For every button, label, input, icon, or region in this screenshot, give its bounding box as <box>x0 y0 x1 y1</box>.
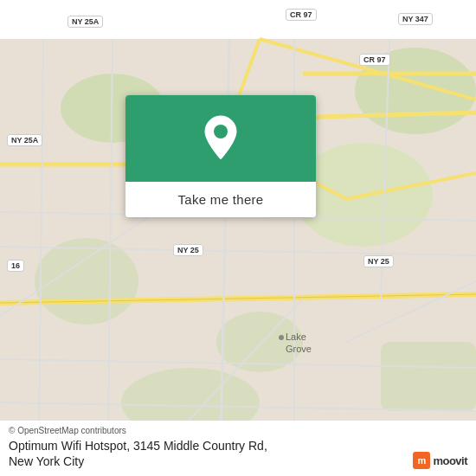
road-label-ny25a-top: NY 25A <box>68 16 103 28</box>
svg-text:Lake: Lake <box>286 331 306 342</box>
svg-point-4 <box>35 238 138 325</box>
road-label-ny347: NY 347 <box>398 13 433 25</box>
map-svg: Lake Grove <box>0 0 476 476</box>
road-label-cr97-right: CR 97 <box>359 54 390 66</box>
moovit-brand-name: moovit <box>433 454 467 467</box>
bottom-bar: © OpenStreetMap contributors Optimum Wif… <box>0 421 476 476</box>
road-label-ny25a-left: NY 25A <box>7 134 42 146</box>
popup-card: Take me there <box>125 95 316 217</box>
road-label-ny25-main: NY 25 <box>173 244 203 256</box>
popup-header <box>125 95 316 182</box>
svg-point-33 <box>214 125 228 138</box>
svg-text:Grove: Grove <box>286 344 312 354</box>
take-me-there-button[interactable]: Take me there <box>125 182 316 217</box>
road-label-ny25-right: NY 25 <box>363 255 394 267</box>
osm-link[interactable]: © OpenStreetMap contributors <box>9 426 126 435</box>
moovit-logo: m moovit <box>413 452 467 469</box>
road-label-ny16: 16 <box>7 260 24 272</box>
road-label-cr97-top: CR 97 <box>286 9 317 21</box>
location-name: Optimum Wifi Hotspot, 3145 Middle Countr… <box>9 438 467 469</box>
location-pin-icon <box>202 114 240 163</box>
svg-rect-6 <box>381 342 476 411</box>
map-container: Lake Grove NY 25A CR 97 NY 347 CR 97 NY … <box>0 0 476 476</box>
moovit-icon: m <box>413 452 430 469</box>
svg-point-30 <box>279 335 284 340</box>
osm-attribution: © OpenStreetMap contributors <box>9 426 467 435</box>
